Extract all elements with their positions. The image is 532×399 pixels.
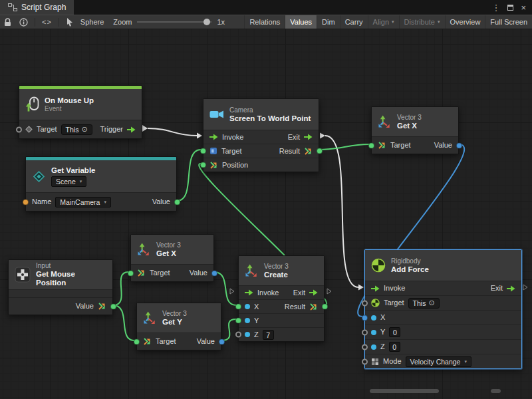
node-screen-to-world-point[interactable]: Camera Screen To World Point Invoke Exit…: [203, 98, 319, 172]
port-row-target-value: Target Value: [131, 264, 213, 281]
variable-scope-dropdown[interactable]: Scene ▾: [51, 176, 86, 187]
node-header[interactable]: Get Variable Scene ▾: [26, 160, 176, 192]
graph-canvas[interactable]: On Mouse Up Event Target This ⊙ Trigger: [0, 29, 532, 399]
target-object-label[interactable]: Sphere: [80, 18, 104, 26]
horizontal-scrollbar-end[interactable]: [491, 389, 501, 393]
trigger-output-port[interactable]: [142, 125, 148, 132]
tab-script-graph[interactable]: Script Graph: [0, 0, 74, 15]
x-input-port[interactable]: [362, 315, 368, 321]
horizontal-scrollbar-thumb[interactable]: [370, 389, 439, 393]
input-icon: [15, 267, 31, 283]
wire-trigger-to-invoke[interactable]: [148, 128, 197, 136]
wire-mouseposition-to-getx[interactable]: [113, 272, 128, 305]
wire-exit-to-addforce-invoke[interactable]: [325, 136, 358, 287]
relations-button[interactable]: Relations: [244, 15, 285, 29]
menu-icon[interactable]: ⋮: [491, 3, 500, 13]
exit-output-port[interactable]: [320, 133, 325, 139]
fullscreen-button[interactable]: Full Screen: [485, 15, 532, 29]
node-add-force[interactable]: Rigidbody Add Force Invoke Exit Target: [364, 249, 522, 369]
camera-icon: [209, 109, 224, 120]
node-titles: Rigidbody Add Force: [391, 257, 429, 274]
node-header[interactable]: Vector 3 Get Y: [137, 303, 221, 332]
chip-label: This: [413, 299, 426, 307]
lock-icon[interactable]: [0, 15, 15, 29]
node-title: Add Force: [391, 265, 429, 274]
y-value-field[interactable]: 0: [389, 327, 400, 337]
node-vector3-get-x-mid[interactable]: Vector 3 Get X Target Value: [130, 234, 214, 282]
z-input-port[interactable]: [235, 332, 241, 338]
node-header[interactable]: Vector 3 Get X: [372, 107, 458, 136]
node-vector3-get-x-top[interactable]: Vector 3 Get X Target Value: [371, 106, 459, 154]
vector3-mini-icon: [98, 302, 106, 311]
carry-button[interactable]: Carry: [340, 15, 368, 29]
port-row-z: Z 7: [239, 327, 324, 341]
target-input-port[interactable]: [368, 142, 374, 148]
node-titles: Vector 3 Get X: [397, 114, 422, 130]
target-input-port[interactable]: [200, 148, 206, 154]
target-input-port[interactable]: [16, 126, 22, 132]
create-exit-output-port[interactable]: [327, 289, 331, 294]
value-output-port[interactable]: [174, 199, 180, 205]
port-label-result: Result: [285, 303, 305, 311]
value-output-port[interactable]: [456, 142, 462, 148]
z-value-field[interactable]: 0: [389, 342, 400, 352]
wire-variable-to-target[interactable]: [177, 150, 201, 201]
zoom-slider[interactable]: [137, 17, 211, 27]
close-icon[interactable]: ×: [521, 3, 526, 12]
node-vector3-create[interactable]: Vector 3 Create Invoke Exit X Result: [238, 255, 325, 342]
node-header[interactable]: Vector 3 Create: [239, 256, 324, 285]
this-chip[interactable]: This ⊙: [408, 298, 440, 309]
maximize-icon[interactable]: [507, 5, 513, 11]
result-output-port[interactable]: [322, 304, 328, 310]
variable-name-dropdown[interactable]: MainCamera ▾: [55, 197, 111, 207]
values-button[interactable]: Values: [285, 15, 317, 29]
node-header[interactable]: Rigidbody Add Force: [365, 250, 521, 281]
value-output-port[interactable]: [110, 303, 116, 309]
wire-getx-to-create-x[interactable]: [214, 272, 236, 305]
addforce-invoke-input-port[interactable]: [358, 285, 364, 291]
node-header[interactable]: Vector 3 Get X: [131, 235, 213, 264]
node-get-variable[interactable]: Get Variable Scene ▾ Name MainCamera ▾ V…: [25, 156, 177, 211]
port-label-invoke: Invoke: [222, 134, 243, 141]
name-input-port[interactable]: [23, 199, 29, 205]
port-row-target: Target This ⊙: [365, 295, 521, 310]
overview-button[interactable]: Overview: [445, 15, 485, 29]
target-dot-icon: ⊙: [428, 299, 434, 307]
node-vector3-get-y[interactable]: Vector 3 Get Y Target Value: [136, 303, 221, 350]
result-output-port[interactable]: [317, 148, 323, 154]
dim-button[interactable]: Dim: [317, 15, 340, 29]
y-input-port[interactable]: [362, 329, 368, 335]
target-input-port[interactable]: [134, 338, 140, 344]
value-output-port[interactable]: [211, 270, 217, 276]
z-input-port[interactable]: [362, 344, 368, 350]
wire-mouseposition-to-gety[interactable]: [113, 305, 134, 340]
invoke-input-port[interactable]: [197, 133, 202, 139]
this-chip[interactable]: This ⊙: [61, 124, 92, 135]
node-get-mouse-position[interactable]: Input Get Mouse Position Value: [8, 259, 113, 315]
dropdown-value: Velocity Change: [410, 358, 461, 366]
info-icon[interactable]: [15, 15, 32, 29]
align-button[interactable]: Align▾: [368, 15, 399, 29]
y-input-port[interactable]: [235, 318, 241, 324]
target-input-port[interactable]: [362, 300, 368, 306]
node-type: Input: [36, 262, 106, 270]
node-header[interactable]: Camera Screen To World Point: [203, 99, 319, 130]
node-header[interactable]: Input Get Mouse Position: [9, 260, 112, 289]
zoom-slider-thumb[interactable]: [203, 19, 210, 25]
z-value-field[interactable]: 7: [263, 330, 274, 340]
addforce-exit-output-port[interactable]: [523, 285, 527, 290]
distribute-button[interactable]: Distribute▾: [399, 15, 445, 29]
target-input-port[interactable]: [128, 270, 134, 276]
x-input-port[interactable]: [235, 304, 241, 310]
force-mode-dropdown[interactable]: Velocity Change ▾: [406, 356, 471, 367]
value-output-port[interactable]: [219, 338, 225, 344]
position-input-port[interactable]: [200, 162, 206, 168]
node-on-mouse-up[interactable]: On Mouse Up Event Target This ⊙ Trigger: [19, 85, 142, 139]
create-invoke-input-port[interactable]: [230, 289, 234, 294]
wire-result-to-getx-top[interactable]: [319, 144, 369, 150]
flow-arrow-icon: [127, 126, 136, 133]
wire-gety-to-create-y[interactable]: [221, 319, 236, 340]
mode-input-port[interactable]: [362, 358, 368, 364]
inspect-code-icon[interactable]: <>: [38, 15, 56, 29]
node-header[interactable]: On Mouse Up Event: [19, 89, 142, 120]
